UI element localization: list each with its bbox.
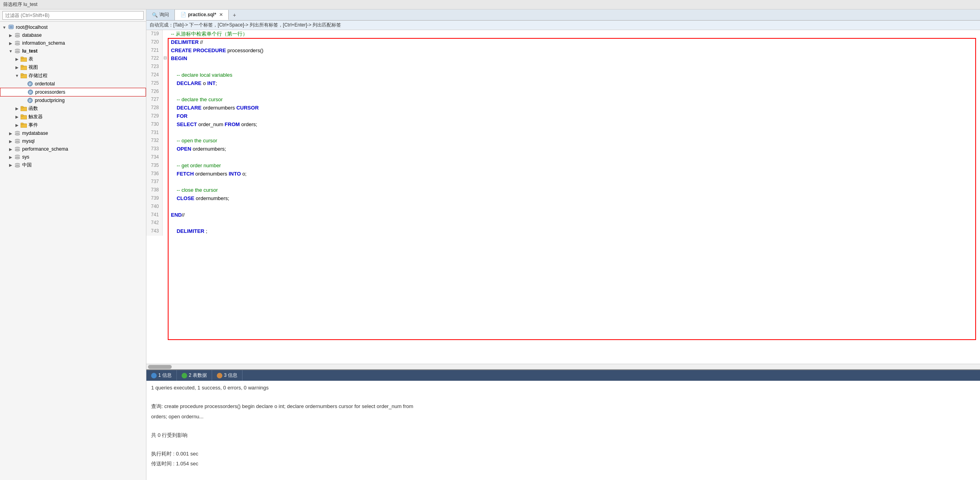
tree-label-tables: 表: [28, 56, 33, 62]
fold-icon: [162, 88, 168, 96]
keyword-span: DELIMITER: [176, 228, 204, 234]
tree-label-ordertotal: ordertotal: [35, 81, 55, 87]
tree-item-perf-schema[interactable]: ▶ performance_schema: [0, 145, 146, 153]
svg-rect-13: [21, 57, 23, 59]
code-content[interactable]: [168, 219, 980, 227]
tree-label-triggers: 触发器: [28, 113, 43, 120]
code-content[interactable]: -- declare the cursor: [168, 96, 980, 104]
code-content[interactable]: [168, 88, 980, 96]
expand-icon-lu-test: ▼: [8, 48, 13, 54]
tab-close-icon[interactable]: ✕: [219, 12, 223, 17]
code-content[interactable]: -- open the cursor: [168, 137, 980, 145]
tree-item-database[interactable]: ▶ database: [0, 31, 146, 39]
code-content[interactable]: FETCH ordernumbers INTO o;: [168, 170, 980, 178]
tree-item-ordertotal[interactable]: ▶ P ordertotal: [0, 80, 146, 88]
table-row: 727 -- declare the cursor: [146, 96, 980, 104]
keyword-span: INTO: [229, 171, 241, 177]
table-row: 741END//: [146, 211, 980, 219]
tab-query[interactable]: 🔍 询问: [146, 9, 175, 20]
code-scroll-area[interactable]: 719-- 从游标中检索单个行（第一行）720DELIMITER //721CR…: [146, 30, 980, 364]
table-row: 723: [146, 63, 980, 71]
bottom-tab-tabledata[interactable]: 2 表数据: [177, 370, 212, 381]
code-content[interactable]: SELECT order_num FROM orders;: [168, 121, 980, 129]
tree-label-functions: 函数: [28, 105, 38, 112]
bottom-tab-tabledata-label: 2 表数据: [189, 372, 207, 379]
code-content[interactable]: FOR: [168, 112, 980, 121]
info3-icon: [217, 373, 222, 378]
table-row: 726: [146, 88, 980, 96]
code-content[interactable]: OPEN ordernumbers;: [168, 145, 980, 153]
svg-rect-0: [9, 25, 13, 29]
code-content[interactable]: CLOSE ordernumbers;: [168, 195, 980, 203]
svg-text:P: P: [29, 99, 31, 103]
tree-item-productpricing[interactable]: ▶ P productpricing: [0, 96, 146, 104]
horizontal-scrollbar[interactable]: [146, 364, 980, 369]
tab-add-button[interactable]: +: [229, 10, 240, 20]
tree-item-stored-procs[interactable]: ▼ 存储过程: [0, 72, 146, 80]
code-content[interactable]: [168, 203, 980, 211]
code-content[interactable]: [168, 178, 980, 186]
tree-item-mydatabase[interactable]: ▶ mydatabase: [0, 129, 146, 137]
filter-input[interactable]: [2, 11, 144, 20]
tree-item-lu-test[interactable]: ▼ lu_test: [0, 47, 146, 55]
code-content[interactable]: -- declare local variables: [168, 71, 980, 79]
tree-item-functions[interactable]: ▶ 函数: [0, 104, 146, 113]
keyword-span: PROCEDURE: [193, 47, 226, 53]
expand-icon-info-schema: ▶: [8, 40, 13, 46]
line-number: 726: [146, 88, 162, 96]
code-content[interactable]: END//: [168, 211, 980, 219]
code-content[interactable]: DECLARE o INT;: [168, 79, 980, 88]
fold-icon: [162, 63, 168, 71]
right-panel: 🔍 询问 📄 practice.sql* ✕ + 自动完成：[Tab]-> 下一…: [146, 9, 980, 480]
tabledata-icon: [182, 373, 187, 378]
code-content[interactable]: [168, 129, 980, 137]
svg-point-8: [15, 43, 20, 45]
fold-icon: [162, 112, 168, 121]
tree-item-info-schema[interactable]: ▶ information_schema: [0, 39, 146, 47]
line-number: 723: [146, 63, 162, 71]
bottom-tab-info[interactable]: 1 信息: [146, 370, 177, 381]
svg-rect-25: [21, 106, 23, 108]
line-number: 733: [146, 145, 162, 153]
code-content[interactable]: DELIMITER //: [168, 38, 980, 47]
tree-item-mysql[interactable]: ▶ mysql: [0, 137, 146, 145]
table-row: 731: [146, 129, 980, 137]
tree-item-triggers[interactable]: ▶ 触发器: [0, 113, 146, 121]
tab-practice-sql[interactable]: 📄 practice.sql* ✕: [175, 10, 229, 20]
folder-icon-functions: [21, 106, 27, 112]
tree-item-root[interactable]: ▼ root@localhost: [0, 23, 146, 31]
scrollbar-thumb[interactable]: [148, 365, 172, 369]
code-content[interactable]: CREATE PROCEDURE processorders(): [168, 47, 980, 55]
tree-item-events[interactable]: ▶ 事件: [0, 121, 146, 129]
line-number: 743: [146, 227, 162, 236]
code-content[interactable]: -- close the cursor: [168, 186, 980, 195]
tree-item-processorders[interactable]: ▶ P processorders: [0, 88, 146, 96]
main-layout: ▼ root@localhost ▶ database ▶: [0, 9, 980, 480]
bottom-tab-info3[interactable]: 3 信息: [212, 370, 243, 381]
folder-icon-events: [21, 122, 27, 129]
code-content[interactable]: BEGIN: [168, 55, 980, 63]
bottom-tab-info3-label: 3 信息: [224, 372, 237, 379]
code-content[interactable]: [168, 63, 980, 71]
fold-icon[interactable]: ⊟: [162, 55, 168, 63]
code-content[interactable]: -- 从游标中检索单个行（第一行）: [168, 30, 980, 38]
fold-icon: [162, 153, 168, 162]
tree-item-sys[interactable]: ▶ sys: [0, 153, 146, 161]
code-content[interactable]: DECLARE ordernumbers CURSOR: [168, 104, 980, 112]
keyword-span: END: [171, 212, 182, 218]
fold-icon: [162, 38, 168, 47]
table-row: 719-- 从游标中检索单个行（第一行）: [146, 30, 980, 38]
tree-item-china[interactable]: ▶ 中国: [0, 161, 146, 169]
top-bar-title: 筛选程序 lu_test: [3, 1, 38, 8]
line-number: 722: [146, 55, 162, 63]
code-content[interactable]: [168, 153, 980, 162]
line-number: 724: [146, 71, 162, 79]
code-content[interactable]: -- get order number: [168, 162, 980, 170]
line-number: 730: [146, 121, 162, 129]
expand-icon-triggers: ▶: [14, 114, 20, 120]
tree-item-tables[interactable]: ▶ 表: [0, 55, 146, 63]
svg-point-11: [15, 51, 20, 53]
code-content[interactable]: DELIMITER ;: [168, 227, 980, 236]
tree-item-views[interactable]: ▶ 视图: [0, 63, 146, 72]
expand-icon-mysql: ▶: [8, 138, 13, 144]
